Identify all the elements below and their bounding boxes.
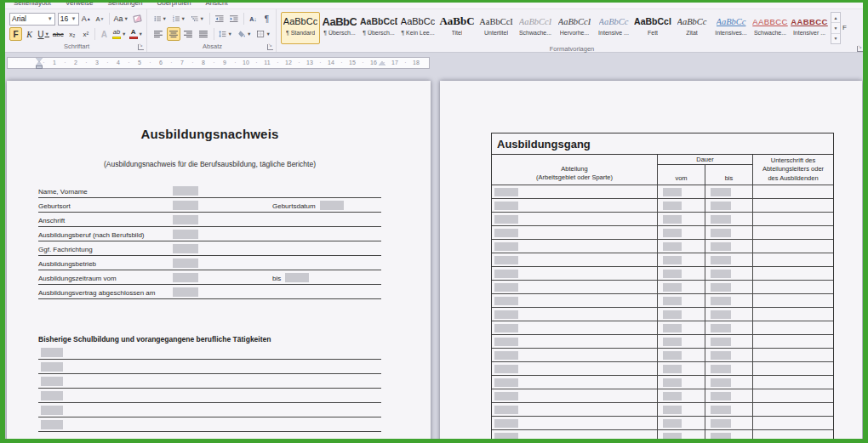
cell-placeholder[interactable] — [711, 378, 731, 387]
field-placeholder[interactable] — [173, 244, 198, 253]
bullet-list-button[interactable]: ▼ — [151, 12, 169, 26]
align-right-button[interactable] — [181, 27, 196, 41]
cell-placeholder[interactable] — [711, 242, 731, 251]
line-placeholder[interactable] — [41, 348, 63, 357]
field-placeholder[interactable] — [173, 273, 198, 282]
cell-placeholder[interactable] — [711, 406, 731, 414]
cell-placeholder[interactable] — [663, 283, 682, 292]
cell-placeholder[interactable] — [663, 351, 682, 360]
cell-placeholder[interactable] — [494, 229, 518, 237]
clear-formatting-button[interactable] — [131, 12, 144, 26]
field-placeholder-2[interactable] — [320, 201, 344, 210]
cell-placeholder[interactable] — [711, 419, 731, 428]
ribbon-tab[interactable]: Überprüfen — [157, 3, 191, 7]
cell-placeholder[interactable] — [663, 202, 682, 210]
style-gallery-expand[interactable]: ▼ — [831, 34, 840, 43]
change-case-button[interactable]: Aa▼ — [112, 12, 130, 26]
line-placeholder[interactable] — [41, 420, 63, 429]
style-gallery-scroll-down[interactable]: ▼ — [831, 23, 840, 33]
cell-placeholder[interactable] — [494, 351, 518, 360]
line-placeholder[interactable] — [41, 377, 63, 386]
style-gallery-item[interactable]: AaBbC ¶ Übersch... — [320, 12, 359, 44]
cell-placeholder[interactable] — [711, 297, 731, 305]
field-placeholder[interactable] — [173, 258, 198, 268]
ribbon-tab[interactable]: Verweise — [66, 3, 93, 7]
change-styles-button[interactable]: F — [842, 24, 849, 31]
cell-placeholder[interactable] — [711, 310, 731, 319]
decrease-indent-button[interactable] — [213, 12, 226, 26]
style-gallery-item[interactable]: AaBbCcl Fett — [633, 12, 672, 44]
show-paragraph-marks-button[interactable]: ¶ — [260, 12, 273, 26]
cell-placeholder[interactable] — [494, 310, 518, 319]
cell-placeholder[interactable] — [494, 338, 518, 346]
increase-indent-button[interactable] — [227, 12, 241, 26]
cell-placeholder[interactable] — [494, 392, 518, 400]
style-gallery-scroll-up[interactable]: ▲ — [831, 13, 840, 23]
left-indent-marker[interactable] — [36, 65, 43, 69]
style-gallery-item[interactable]: AaBbCcI Hervorhe... — [555, 12, 594, 44]
cell-placeholder[interactable] — [494, 283, 518, 292]
cell-placeholder[interactable] — [663, 338, 682, 346]
cell-placeholder[interactable] — [711, 392, 731, 400]
line-spacing-button[interactable]: ▼ — [216, 27, 235, 41]
cell-placeholder[interactable] — [711, 215, 731, 224]
cell-placeholder[interactable] — [711, 283, 731, 292]
numbered-list-button[interactable]: 123 ▼ — [170, 12, 188, 26]
field-placeholder[interactable] — [173, 287, 198, 297]
strikethrough-button[interactable]: abc — [51, 27, 65, 41]
cell-placeholder[interactable] — [663, 392, 682, 400]
align-left-button[interactable] — [151, 27, 166, 41]
cell-placeholder[interactable] — [663, 242, 682, 251]
cell-placeholder[interactable] — [663, 406, 682, 414]
cell-placeholder[interactable] — [494, 324, 518, 332]
document-page-2[interactable]: Ausbildungsgang Abteilung (Arbeitsgebiet… — [440, 81, 862, 439]
cell-placeholder[interactable] — [663, 270, 682, 278]
shrink-font-button[interactable]: A▼ — [94, 12, 106, 26]
italic-button[interactable]: K — [23, 27, 36, 41]
cell-placeholder[interactable] — [663, 229, 682, 237]
style-gallery-item[interactable]: AaBbCcI Untertitel — [477, 12, 516, 44]
line-placeholder[interactable] — [41, 406, 63, 415]
cell-placeholder[interactable] — [494, 188, 518, 196]
cell-placeholder[interactable] — [494, 419, 518, 428]
document-page-1[interactable]: Ausbildungsnachweis (Ausbildungsnachweis… — [7, 81, 431, 439]
bold-button[interactable]: F — [9, 27, 22, 41]
cell-placeholder[interactable] — [663, 433, 682, 439]
cell-placeholder[interactable] — [494, 297, 518, 305]
cell-placeholder[interactable] — [711, 433, 731, 439]
cell-placeholder[interactable] — [711, 256, 731, 264]
style-gallery-item[interactable]: AaBbCc Zitat — [672, 12, 711, 44]
style-gallery-item[interactable]: AaBbCcI Schwache... — [516, 12, 555, 44]
cell-placeholder[interactable] — [494, 270, 518, 278]
grow-font-button[interactable]: A▲ — [80, 12, 93, 26]
cell-placeholder[interactable] — [663, 324, 682, 332]
font-name-combo[interactable]: Arial ▼ — [9, 13, 55, 26]
cell-placeholder[interactable] — [711, 270, 731, 278]
subscript-button[interactable]: x₂ — [66, 27, 78, 41]
cell-placeholder[interactable] — [711, 351, 731, 360]
field-placeholder[interactable] — [173, 186, 198, 196]
line-placeholder[interactable] — [41, 391, 63, 400]
cell-placeholder[interactable] — [494, 433, 518, 439]
cell-placeholder[interactable] — [663, 188, 682, 196]
highlight-color-button[interactable]: ab ▼ — [111, 27, 128, 41]
ribbon-tab[interactable]: Seitenlayout — [14, 3, 51, 7]
cell-placeholder[interactable] — [663, 378, 682, 387]
cell-placeholder[interactable] — [663, 419, 682, 428]
dialog-launcher-icon[interactable] — [857, 46, 863, 52]
shading-button[interactable]: ▼ — [236, 27, 254, 41]
cell-placeholder[interactable] — [663, 256, 682, 264]
cell-placeholder[interactable] — [711, 365, 731, 373]
borders-button[interactable]: ▼ — [254, 27, 273, 41]
dialog-launcher-icon[interactable] — [138, 44, 144, 50]
cell-placeholder[interactable] — [494, 406, 518, 414]
cell-placeholder[interactable] — [711, 338, 731, 346]
ribbon-tab[interactable]: Sendungen — [108, 3, 143, 7]
cell-placeholder[interactable] — [663, 310, 682, 319]
cell-placeholder[interactable] — [494, 256, 518, 264]
cell-placeholder[interactable] — [711, 324, 731, 332]
font-size-combo[interactable]: 16 ▼ — [58, 13, 79, 26]
cell-placeholder[interactable] — [494, 215, 518, 224]
style-gallery-item[interactable]: AaBbCc ¶ Standard — [281, 12, 320, 44]
ribbon-tab[interactable]: Ansicht — [205, 3, 227, 7]
